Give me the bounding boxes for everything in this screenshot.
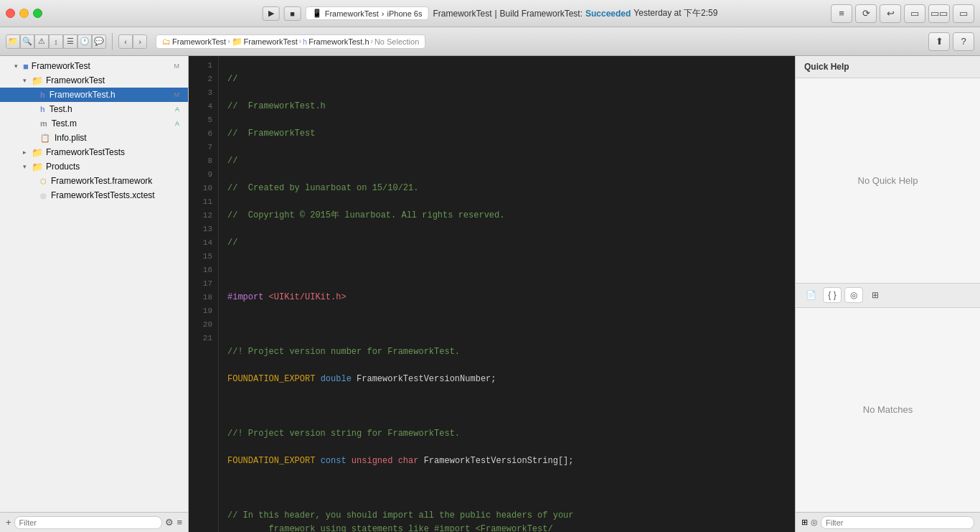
sidebar-item-framework[interactable]: ⬡ FrameworkTest.framework	[0, 174, 188, 188]
code-line-12: FOUNDATION_EXPORT double FrameworkTestVe…	[227, 373, 795, 386]
sidebar-item-products[interactable]: 📁 Products	[0, 159, 188, 174]
ln-14: 14	[189, 236, 212, 250]
quick-help-content: No Quick Help	[796, 78, 980, 283]
ln-21: 21	[189, 332, 212, 345]
sidebar-item-test-m[interactable]: m Test.m A	[0, 116, 188, 131]
nav-arrows[interactable]: ‹ ›	[118, 34, 147, 49]
qh-tab-grid[interactable]: ⊞	[866, 287, 885, 303]
minimize-button[interactable]	[19, 9, 29, 18]
sidebar: ■ FrameworkTest M 📁 FrameworkTest h Fram…	[0, 56, 189, 532]
device-selector[interactable]: 📱 FrameworkTest › iPhone 6s	[306, 6, 429, 20]
maximize-button[interactable]	[33, 9, 42, 18]
qh-footer-spin: ◎	[811, 518, 818, 527]
device-icon: 📱	[312, 9, 322, 18]
titlebar-right: ≡ ⟳ ↩ ▭ ▭▭ ▭	[831, 4, 974, 23]
titlebar-center: ▶ ■ 📱 FrameworkTest › iPhone 6s Framewor…	[263, 6, 718, 21]
code-line-5: // Created by lunarboat on 15/10/21.	[227, 182, 795, 195]
layout-btn-3[interactable]: ↩	[880, 4, 901, 23]
arrow-products	[20, 163, 29, 170]
arrow-fwtests	[20, 149, 29, 156]
toolbar-right: ⬆ ?	[928, 32, 974, 51]
quick-help-filter[interactable]	[821, 516, 974, 529]
code-line-13	[227, 400, 795, 414]
nav-folder-btn[interactable]: 📁	[6, 34, 20, 49]
sidebar-item-info-plist[interactable]: 📋 Info.plist	[0, 131, 188, 145]
folder-yellow-icon: 📁	[32, 162, 43, 172]
nav-list-btn[interactable]: ☰	[63, 34, 77, 49]
layout-btn-5[interactable]: ▭▭	[928, 4, 950, 23]
code-line-1: //	[227, 73, 795, 86]
share-btn[interactable]: ⬆	[928, 32, 950, 51]
sidebar-item-frameworktest-group[interactable]: 📁 FrameworkTest	[0, 73, 188, 88]
titlebar: ▶ ■ 📱 FrameworkTest › iPhone 6s Framewor…	[0, 0, 980, 27]
titlebar-sep: ›	[382, 9, 385, 18]
sidebar-label-frameworktest-group: FrameworkTest	[46, 75, 105, 85]
code-text[interactable]: // // FrameworkTest.h // FrameworkTest /…	[219, 56, 795, 532]
code-line-9: #import <UIKit/UIKit.h>	[227, 291, 795, 304]
layout-btn-4[interactable]: ▭	[904, 4, 925, 23]
filter-hierarchy-btn[interactable]: ≡	[176, 517, 182, 528]
breadcrumb-item-folder[interactable]: 📁 FrameworkTest	[232, 37, 298, 47]
play-button[interactable]: ▶	[263, 6, 280, 21]
code-line-11: //! Project version number for Framework…	[227, 345, 795, 359]
sidebar-footer: + ⚙ ≡	[0, 512, 188, 532]
traffic-lights[interactable]	[6, 9, 42, 18]
sidebar-item-test-h[interactable]: h Test.h A	[0, 102, 188, 116]
qh-tab-inspector[interactable]: ◎	[844, 287, 863, 303]
ln-6: 6	[189, 127, 212, 141]
quick-help-no-matches: No Matches	[863, 404, 913, 415]
file-h-icon: h	[303, 37, 307, 46]
code-line-8	[227, 263, 795, 277]
quick-help-title: Quick Help	[804, 62, 849, 72]
filter-input[interactable]	[14, 516, 163, 529]
breadcrumb-item-project[interactable]: 🗂 FrameworkTest	[162, 37, 226, 47]
ln-1: 1	[189, 59, 212, 73]
back-btn[interactable]: ‹	[118, 34, 133, 49]
sidebar-label-products: Products	[46, 162, 80, 172]
layout-btn-6[interactable]: ▭	[953, 4, 974, 23]
nav-group[interactable]: 📁 🔍 ⚠ ↕ ☰ 🕐 💬	[6, 34, 106, 49]
nav-search-btn[interactable]: 🔍	[20, 34, 34, 49]
stop-button[interactable]: ■	[284, 6, 301, 21]
file-tree: ■ FrameworkTest M 📁 FrameworkTest h Fram…	[0, 56, 188, 512]
add-file-button[interactable]: +	[6, 517, 11, 528]
close-button[interactable]	[6, 9, 15, 18]
device-name: iPhone 6s	[387, 9, 423, 18]
folder-blue-icon-2: 📁	[32, 147, 43, 158]
nav-warn-btn[interactable]: ⚠	[34, 34, 49, 49]
ln-13: 13	[189, 223, 212, 236]
code-line-10	[227, 318, 795, 332]
ln-8: 8	[189, 154, 212, 168]
breadcrumb[interactable]: 🗂 FrameworkTest › 📁 FrameworkTest › h Fr…	[156, 34, 425, 49]
bc-sep-3: ›	[371, 37, 373, 45]
breadcrumb-folder: FrameworkTest	[244, 37, 298, 46]
quick-help-tabs: 📄 { } ◎ ⊞	[796, 284, 980, 308]
code-line-14: //! Project version string for Framework…	[227, 427, 795, 441]
qh-tab-file[interactable]: 📄	[801, 287, 820, 303]
sidebar-label-frameworktest-root: FrameworkTest	[32, 61, 90, 71]
nav-git-btn[interactable]: ↕	[49, 34, 63, 49]
layout-btn-1[interactable]: ≡	[831, 4, 852, 23]
qh-tab-class[interactable]: { }	[823, 287, 842, 303]
ln-7: 7	[189, 141, 212, 154]
sidebar-label-fwtests: FrameworkTestTests	[46, 147, 125, 157]
help-btn[interactable]: ?	[953, 32, 974, 51]
code-container[interactable]: 1 2 3 4 5 6 7 8 9 10 11 12 13 14 15 16 1…	[189, 56, 795, 532]
ln-9: 9	[189, 168, 212, 182]
ln-3: 3	[189, 86, 212, 100]
sidebar-item-fwtests[interactable]: 📁 FrameworkTestTests	[0, 145, 188, 159]
ln-15: 15	[189, 250, 212, 263]
layout-btn-2[interactable]: ⟳	[855, 4, 877, 23]
forward-btn[interactable]: ›	[133, 34, 147, 49]
quick-help-footer: ⊞ ◎	[796, 512, 980, 532]
build-sep: |	[494, 9, 496, 19]
sidebar-item-frameworktest-h[interactable]: h FrameworkTest.h M	[0, 88, 188, 102]
breadcrumb-project: FrameworkTest	[172, 37, 226, 46]
sidebar-item-xctest[interactable]: ◎ FrameworkTestTests.xctest	[0, 188, 188, 202]
breadcrumb-item-file[interactable]: h FrameworkTest.h	[303, 37, 369, 46]
sidebar-item-frameworktest-root[interactable]: ■ FrameworkTest M	[0, 59, 188, 73]
nav-discuss-btn[interactable]: 💬	[92, 34, 106, 49]
build-status: FrameworkTest | Build FrameworkTest: Suc…	[433, 7, 717, 19]
nav-history-btn[interactable]: 🕐	[77, 34, 92, 49]
filter-options-btn[interactable]: ⚙	[165, 517, 174, 528]
